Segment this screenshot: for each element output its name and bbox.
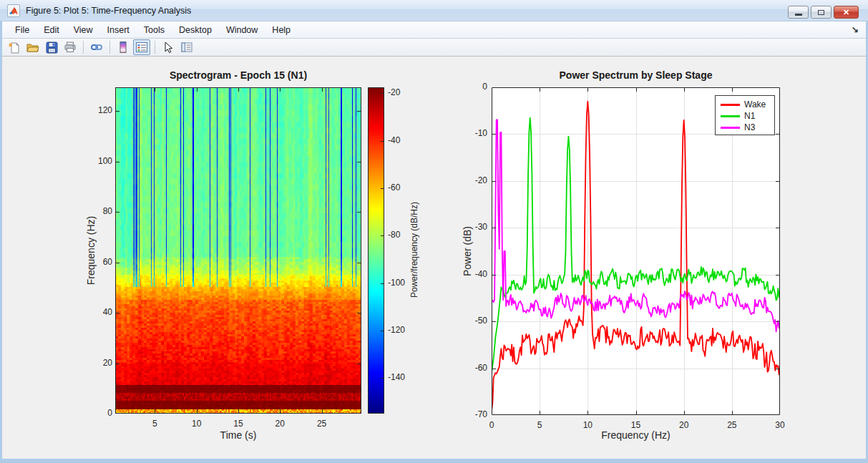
power-spectrum-axes[interactable] bbox=[492, 87, 780, 415]
tick-label: -120 bbox=[388, 325, 416, 335]
tick-label: 5 bbox=[525, 420, 554, 430]
save-icon bbox=[46, 42, 58, 54]
new-file-button[interactable] bbox=[6, 39, 23, 55]
tick-label: -70 bbox=[456, 409, 487, 419]
tick-label: 80 bbox=[81, 206, 112, 216]
tick-label: -40 bbox=[456, 269, 487, 279]
figure-window: Figure 5: Plot 5: Time-Frequency Analysi… bbox=[0, 0, 868, 463]
spectrogram-axes[interactable] bbox=[115, 87, 361, 414]
link-icon bbox=[90, 41, 103, 54]
tick-label: 25 bbox=[718, 420, 746, 430]
legend-label-wake: Wake bbox=[744, 99, 766, 109]
tick-label: -80 bbox=[388, 230, 416, 240]
toolbar-separator bbox=[109, 41, 110, 54]
legend-entry-n1: N1 bbox=[721, 110, 774, 122]
spectrogram-ylabel: Frequency (Hz) bbox=[85, 143, 97, 358]
tick-label: 20 bbox=[670, 420, 698, 430]
dock-figure-icon[interactable]: ↘ bbox=[852, 24, 859, 34]
tick-label: 0 bbox=[456, 82, 487, 92]
legend-line-n3 bbox=[721, 127, 740, 129]
tick-label: -10 bbox=[456, 128, 487, 138]
tick-label: -100 bbox=[388, 278, 416, 288]
window-title: Figure 5: Plot 5: Time-Frequency Analysi… bbox=[26, 0, 191, 21]
open-file-button[interactable] bbox=[24, 39, 42, 55]
legend-label-n3: N3 bbox=[744, 122, 755, 132]
minimize-button[interactable] bbox=[788, 6, 809, 19]
tick-label: -30 bbox=[456, 222, 487, 232]
legend-entry-wake: Wake bbox=[721, 99, 774, 110]
tick-label: 25 bbox=[308, 419, 336, 429]
edit-plot-button[interactable] bbox=[160, 39, 177, 55]
tick-label: 30 bbox=[766, 420, 794, 430]
printer-icon bbox=[64, 41, 77, 54]
insert-link-button[interactable] bbox=[88, 39, 105, 55]
matlab-logo-icon bbox=[7, 4, 20, 17]
close-button[interactable]: ✕ bbox=[834, 6, 859, 19]
property-panel-icon bbox=[180, 41, 193, 54]
figure-toolbar bbox=[2, 39, 866, 57]
close-icon: ✕ bbox=[843, 9, 849, 16]
menu-item-insert[interactable]: Insert bbox=[100, 23, 137, 37]
tick-label: 60 bbox=[81, 257, 112, 267]
tick-label: 120 bbox=[81, 105, 112, 115]
tick-label: -40 bbox=[388, 135, 416, 145]
legend-label-n1: N1 bbox=[744, 111, 755, 121]
tick-label: 10 bbox=[573, 420, 602, 430]
tick-label: 15 bbox=[224, 419, 253, 429]
legend-entry-n3: N3 bbox=[721, 122, 774, 133]
tick-label: -140 bbox=[388, 372, 416, 382]
window-controls: ✕ bbox=[788, 6, 859, 19]
tick-label: 5 bbox=[140, 419, 169, 429]
toolbar-separator bbox=[83, 41, 84, 54]
tick-label: 0 bbox=[81, 408, 112, 418]
tick-label: 0 bbox=[477, 420, 506, 430]
tick-label: 15 bbox=[622, 420, 650, 430]
menu-item-view[interactable]: View bbox=[67, 23, 100, 37]
cursor-arrow-icon bbox=[162, 42, 174, 54]
legend-line-wake bbox=[721, 104, 740, 106]
power-spectrum-xlabel: Frequency (Hz) bbox=[492, 429, 780, 441]
menu-bar: File Edit View Insert Tools Desktop Wind… bbox=[2, 21, 866, 39]
maximize-button[interactable] bbox=[811, 6, 832, 19]
colorbar[interactable] bbox=[368, 87, 384, 414]
menu-item-desktop[interactable]: Desktop bbox=[172, 23, 219, 37]
legend-line-n1 bbox=[721, 115, 740, 117]
spectrogram-xlabel: Time (s) bbox=[115, 429, 361, 441]
tick-label: 20 bbox=[265, 419, 294, 429]
insert-colorbar-button[interactable] bbox=[114, 39, 132, 55]
legend[interactable]: Wake N1 N3 bbox=[715, 95, 775, 135]
insert-legend-button[interactable] bbox=[133, 39, 150, 55]
menu-item-help[interactable]: Help bbox=[265, 23, 298, 37]
tick-label: -60 bbox=[388, 182, 416, 192]
spectrogram-title: Spectrogram - Epoch 15 (N1) bbox=[115, 69, 361, 81]
legend-icon bbox=[135, 41, 148, 54]
property-inspector-button[interactable] bbox=[178, 39, 195, 55]
tick-label: 10 bbox=[182, 419, 211, 429]
menu-item-file[interactable]: File bbox=[8, 23, 36, 37]
save-figure-button[interactable] bbox=[43, 39, 60, 55]
tick-label: -60 bbox=[456, 363, 487, 373]
menu-item-tools[interactable]: Tools bbox=[137, 23, 172, 37]
print-figure-button[interactable] bbox=[62, 39, 79, 55]
maximize-icon bbox=[818, 10, 824, 15]
tick-label: 20 bbox=[81, 358, 112, 368]
new-file-icon bbox=[9, 42, 21, 54]
tick-label: -20 bbox=[456, 175, 487, 185]
toolbar-separator bbox=[155, 41, 155, 54]
tick-label: -20 bbox=[388, 87, 416, 97]
open-folder-icon bbox=[26, 41, 39, 54]
tick-label: 40 bbox=[81, 307, 112, 317]
power-spectrum-title: Power Spectrum by Sleep Stage bbox=[492, 69, 780, 81]
colorbar-icon bbox=[117, 41, 129, 54]
menu-item-edit[interactable]: Edit bbox=[36, 23, 67, 37]
menu-item-window[interactable]: Window bbox=[219, 23, 265, 37]
title-bar[interactable]: Figure 5: Plot 5: Time-Frequency Analysi… bbox=[0, 0, 868, 21]
minimize-icon bbox=[795, 14, 802, 16]
tick-label: -50 bbox=[456, 316, 487, 326]
tick-label: 100 bbox=[81, 156, 112, 166]
